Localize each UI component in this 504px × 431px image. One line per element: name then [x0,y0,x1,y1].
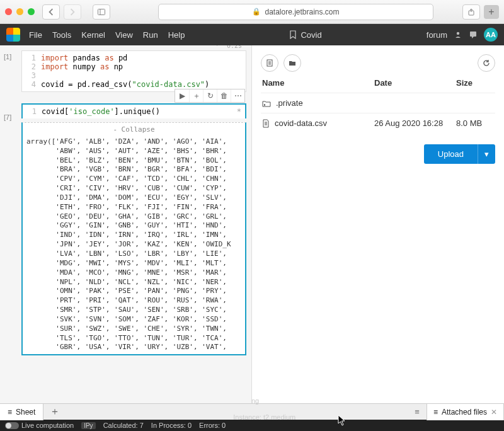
file-list-view-button[interactable] [261,54,278,72]
window-controls [5,8,35,15]
attached-files-panel: Name Date Size .private covid-data.csv 2… [252,45,504,403]
svg-rect-10 [264,105,265,106]
run-cell-button[interactable]: ▶ [175,89,189,102]
collapse-output-button[interactable]: - Collapse [26,125,241,135]
status-errors: Errors: 0 [199,422,226,429]
col-name[interactable]: Name [262,78,368,88]
more-cell-button[interactable]: ⋯ [231,89,244,102]
cell1-timing: * 0.2s [215,45,242,49]
output-text[interactable]: array(['AFG', 'ALB', 'DZA', 'AND', 'AGO'… [26,137,241,350]
cell-toolbar: ▶ ＋ ↻ 🗑 ⋯ [175,89,245,103]
app-menubar: File Tools Kernel View Run Help Covid fo… [0,24,504,45]
bookmark-icon [289,30,297,39]
svg-rect-0 [98,9,105,14]
code-cell-1[interactable]: * 0.2s 1import pandas as pd 2import nump… [21,50,246,92]
lock-icon: 🔒 [252,8,261,16]
file-row[interactable]: covid-data.csv 26 Aug 2020 16:28 8.0 MB [261,113,495,133]
hamburger-icon: ≡ [8,408,12,417]
cell-output: - Collapse array(['AFG', 'ALB', 'DZA', '… [21,122,246,355]
upload-button[interactable]: Upload [424,144,478,164]
forward-button[interactable] [64,4,81,20]
notebook-tab[interactable]: Covid [289,30,321,40]
code-cell-2[interactable]: * 1covid['iso_code'].unique() [21,103,246,118]
file-date: 26 Aug 2020 16:28 [374,118,450,128]
datalore-logo-icon [6,28,20,42]
refresh-cell-button[interactable]: ↻ [203,89,217,102]
share-button[interactable] [462,4,480,20]
new-tab-button[interactable]: + [484,5,499,19]
svg-point-3 [457,32,459,35]
file-row[interactable]: .private [261,93,495,113]
delete-cell-button[interactable]: 🗑 [217,89,231,102]
minimize-window[interactable] [16,8,23,15]
back-button[interactable] [42,4,60,20]
menu-file[interactable]: File [29,30,42,40]
status-calculated: Calculated: 7 [103,422,144,429]
status-bar: Live computation IPy Calculated: 7 In Pr… [0,420,504,431]
col-date[interactable]: Date [374,78,450,88]
sheet-label: Sheet [16,408,35,417]
file-size: 8.0 MB [456,118,494,128]
menu-kernel[interactable]: Kernel [81,30,105,40]
live-computation-label: Live computation [21,422,74,429]
add-cell-button[interactable]: ＋ [189,89,203,102]
menu-run[interactable]: Run [143,30,158,40]
forum-link[interactable]: forum [427,30,447,40]
menu-help[interactable]: Help [168,30,185,40]
user-icon[interactable] [454,30,462,39]
add-sheet-button[interactable]: ＋ [43,404,66,420]
close-window[interactable] [5,8,12,15]
file-table-header: Name Date Size [261,72,495,93]
sheet-tab[interactable]: ≡ Sheet [0,404,43,420]
maximize-window[interactable] [28,8,35,15]
svg-rect-4 [470,32,476,37]
live-computation-toggle[interactable] [5,422,19,429]
file-icon [262,119,270,128]
kernel-badge: IPy [81,422,95,429]
avatar[interactable]: AA [484,28,498,42]
main-menu: File Tools Kernel View Run Help [29,30,185,40]
file-name: covid-data.csv [275,118,327,128]
status-running: Running [233,397,499,405]
sidebar-toggle-button[interactable] [93,4,110,20]
folder-view-button[interactable] [284,54,301,72]
status-inprocess: In Process: 0 [151,422,192,429]
upload-dropdown-button[interactable]: ▾ [478,144,495,164]
browser-toolbar: 🔒 datalore.jetbrains.com + [0,0,504,24]
file-name: .private [276,98,303,108]
status-instance: Instance: t2.medium [233,413,499,421]
refresh-files-button[interactable] [478,54,495,72]
mouse-cursor-icon [338,415,346,426]
menu-view[interactable]: View [115,30,133,40]
cell2-dirty-indicator: * [237,107,241,116]
col-size[interactable]: Size [456,78,494,88]
url-text: datalore.jetbrains.com [265,8,339,16]
private-folder-icon [262,100,271,107]
chat-icon[interactable] [469,30,478,39]
menu-tools[interactable]: Tools [52,30,71,40]
notebook-panel: [1] * 0.2s 1import pandas as pd 2import … [0,45,252,403]
notebook-tab-label: Covid [301,30,321,40]
cell-exec-label-1: [1] [4,53,11,60]
address-bar[interactable]: 🔒 datalore.jetbrains.com [158,4,433,20]
